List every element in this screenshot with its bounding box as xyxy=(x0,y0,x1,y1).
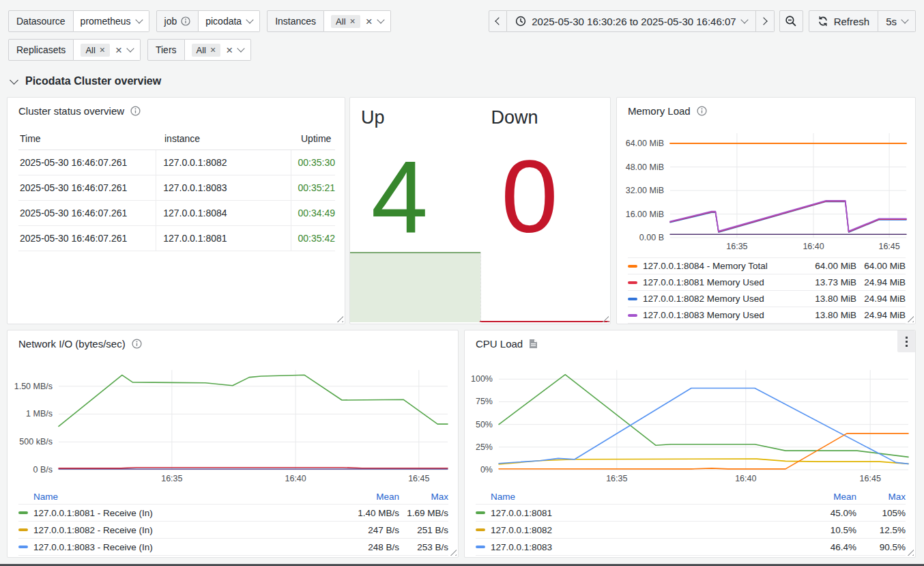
svg-text:16:35: 16:35 xyxy=(161,474,182,483)
kebab-menu-icon[interactable] xyxy=(897,330,915,352)
legend-value-1: 248 B/s xyxy=(338,542,399,552)
row-picodata-cluster-overview[interactable]: Picodata Cluster overview xyxy=(11,75,161,87)
instances-select[interactable]: All× × xyxy=(324,10,391,32)
filter-replicasets: Replicasets All× × xyxy=(8,39,141,61)
svg-text:500 kB/s: 500 kB/s xyxy=(19,437,53,447)
legend-header-mean[interactable]: Mean xyxy=(795,492,856,502)
legend-value-2: 12.5% xyxy=(856,525,906,535)
tiers-tag[interactable]: All× xyxy=(192,44,221,57)
tiers-label: Tiers xyxy=(147,39,185,61)
legend-series-name: 127.0.0.1:8082 - Receive (In) xyxy=(33,525,338,535)
column-header-uptime[interactable]: Uptime xyxy=(294,133,335,144)
legend-item[interactable]: 127.0.0.1:808210.5%12.5% xyxy=(476,521,906,538)
chevron-down-icon xyxy=(237,44,244,52)
info-icon xyxy=(697,106,707,116)
legend-item[interactable]: 127.0.0.1:808145.0%105% xyxy=(476,504,906,521)
close-icon[interactable]: × xyxy=(366,16,373,27)
legend-item[interactable]: 127.0.0.1:8081 - Receive (In)1.40 MB/s1.… xyxy=(18,504,448,521)
series-color-swatch xyxy=(18,546,28,548)
legend-value-2: 64.00 MiB xyxy=(856,261,906,271)
instances-tag[interactable]: All× xyxy=(331,15,360,28)
legend-series-name: 127.0.0.1:8084 - Memory Total xyxy=(643,261,795,271)
legend-item[interactable]: 127.0.0.1:8083 Memory Used13.80 MiB24.94… xyxy=(628,307,906,324)
time-range-button[interactable]: 2025-05-30 16:30:26 to 2025-05-30 16:46:… xyxy=(507,10,755,32)
cell-uptime: 00:35:30 xyxy=(291,150,336,175)
zoom-out-icon xyxy=(785,15,797,27)
job-select[interactable]: picodata xyxy=(199,10,260,32)
svg-text:25%: 25% xyxy=(476,442,493,452)
down-sparkline-line xyxy=(480,321,610,322)
panel-title[interactable]: CPU Load xyxy=(476,338,538,350)
zoom-out-button[interactable] xyxy=(779,10,803,32)
refresh-interval-select[interactable]: 5s xyxy=(878,10,916,32)
legend-header-name[interactable]: Name xyxy=(476,492,795,502)
close-icon[interactable]: × xyxy=(210,45,216,55)
datasource-label: Datasource xyxy=(8,10,74,32)
legend-item[interactable]: 127.0.0.1:8082 - Receive (In)247 B/s251 … xyxy=(18,521,448,538)
legend-item[interactable]: 127.0.0.1:808346.4%90.5% xyxy=(476,538,906,556)
column-header-instance[interactable]: instance xyxy=(158,133,294,144)
legend-value-1: 46.4% xyxy=(795,542,856,552)
close-icon[interactable]: × xyxy=(100,45,105,55)
network-legend: NameMeanMax127.0.0.1:8081 - Receive (In)… xyxy=(18,489,448,556)
series-color-swatch xyxy=(18,511,28,514)
legend-header-max[interactable]: Max xyxy=(856,492,906,502)
cpu-chart[interactable]: 0%25%50%75%100%16:3516:4016:45 xyxy=(465,330,915,489)
tiers-select[interactable]: All× × xyxy=(185,39,252,61)
memory-chart[interactable]: 0.00 B16.00 MiB32.00 MiB48.00 MiB64.00 M… xyxy=(617,98,915,256)
svg-text:16:45: 16:45 xyxy=(878,242,899,251)
legend-item[interactable]: 127.0.0.1:8082 Memory Used13.80 MiB24.94… xyxy=(628,290,906,307)
legend-header-name[interactable]: Name xyxy=(18,492,338,502)
svg-text:16:40: 16:40 xyxy=(735,474,756,483)
cell-instance: 127.0.0.1:8083 xyxy=(156,175,290,200)
legend-value-2: 253 B/s xyxy=(399,542,448,552)
legend-header-mean[interactable]: Mean xyxy=(338,492,399,502)
refresh-button[interactable]: Refresh xyxy=(809,10,879,32)
stat-divider xyxy=(480,252,481,322)
info-icon xyxy=(181,16,190,26)
svg-text:16:35: 16:35 xyxy=(726,242,747,251)
cell-time: 2025-05-30 16:46:07.261 xyxy=(18,182,156,193)
network-chart[interactable]: 0 B/s500 kB/s1 MB/s1.50 MB/s16:3516:4016… xyxy=(8,330,458,489)
panel-memory-load: Memory Load 0.00 B16.00 MiB32.00 MiB48.0… xyxy=(616,97,916,324)
datasource-value: prometheus xyxy=(81,16,131,27)
close-icon[interactable]: × xyxy=(115,44,122,56)
filter-bar-row-1: Datasource prometheus job picodata Insta… xyxy=(8,10,391,32)
replicasets-select[interactable]: All× × xyxy=(74,39,141,61)
svg-text:32.00 MiB: 32.00 MiB xyxy=(626,186,664,195)
legend-value-1: 1.40 MB/s xyxy=(338,508,399,518)
chevron-right-icon xyxy=(760,17,767,25)
table-row: 2025-05-30 16:46:07.261127.0.0.1:808400:… xyxy=(18,201,335,226)
time-shift-forward-button[interactable] xyxy=(756,10,775,32)
legend-value-1: 45.0% xyxy=(795,508,856,518)
legend-item[interactable]: 127.0.0.1:8081 Memory Used13.73 MiB24.94… xyxy=(628,274,906,290)
panel-title[interactable]: Memory Load xyxy=(628,105,707,117)
refresh-label: Refresh xyxy=(834,16,870,27)
resize-handle[interactable] xyxy=(906,548,914,556)
replicasets-label: Replicasets xyxy=(8,39,74,61)
refresh-group: Refresh 5s xyxy=(809,10,916,32)
filter-tiers: Tiers All× × xyxy=(147,39,251,61)
close-icon[interactable]: × xyxy=(350,16,356,26)
column-header-time[interactable]: Time xyxy=(18,133,158,144)
resize-handle[interactable] xyxy=(906,315,914,322)
cell-uptime: 00:35:42 xyxy=(291,226,336,251)
resize-handle[interactable] xyxy=(449,548,457,556)
svg-text:100%: 100% xyxy=(471,374,493,384)
panel-title[interactable]: Cluster status overview xyxy=(18,105,141,117)
series-color-swatch xyxy=(476,546,485,548)
legend-item[interactable]: 127.0.0.1:8084 - Memory Total64.00 MiB64… xyxy=(628,257,906,274)
panel-title[interactable]: Network I/O (bytes/sec) xyxy=(18,338,142,350)
datasource-select[interactable]: prometheus xyxy=(74,10,149,32)
resize-handle[interactable] xyxy=(336,315,343,322)
panel-network-io: Network I/O (bytes/sec) 0 B/s500 kB/s1 M… xyxy=(7,330,459,558)
refresh-icon xyxy=(818,16,828,27)
replicasets-tag[interactable]: All× xyxy=(81,44,110,57)
legend-header-max[interactable]: Max xyxy=(399,492,448,502)
legend-item[interactable]: 127.0.0.1:8083 - Receive (In)248 B/s253 … xyxy=(18,538,448,556)
close-icon[interactable]: × xyxy=(226,44,233,56)
legend-value-2: 251 B/s xyxy=(399,525,448,535)
legend-value-2: 24.94 MiB xyxy=(856,310,906,320)
svg-text:16:45: 16:45 xyxy=(408,474,429,483)
time-shift-back-button[interactable] xyxy=(489,10,507,32)
